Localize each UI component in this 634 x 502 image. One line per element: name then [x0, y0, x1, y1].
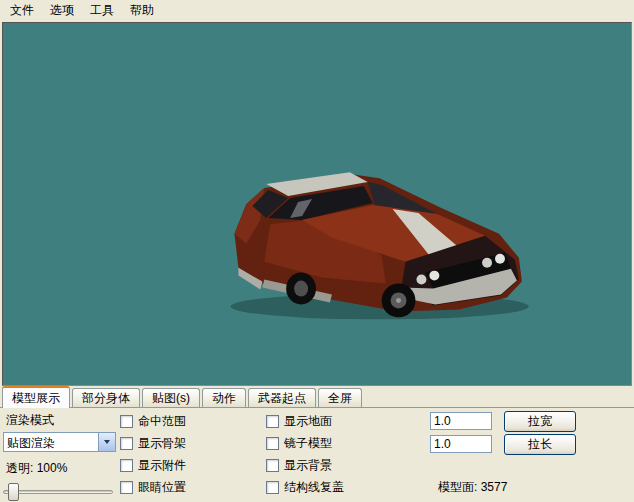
checkbox-box: [266, 481, 279, 494]
checkbox-box: [266, 415, 279, 428]
checkbox-hit-range[interactable]: 命中范围: [120, 414, 186, 429]
checkbox-label: 命中范围: [138, 413, 186, 430]
checkbox-box: [120, 481, 133, 494]
checkbox-box: [266, 437, 279, 450]
menu-bar: 文件 选项 工具 帮助: [0, 0, 634, 21]
viewport-canvas[interactable]: [3, 23, 631, 385]
model-faces-status: 模型面: 3577: [438, 479, 507, 496]
checkbox-show-background[interactable]: 显示背景: [266, 458, 332, 473]
checkbox-label: 显示背景: [284, 457, 332, 474]
menu-help[interactable]: 帮助: [122, 0, 162, 22]
menu-tools[interactable]: 工具: [82, 0, 122, 22]
model-faces-value: 3577: [481, 480, 508, 494]
tab-weapon-origin[interactable]: 武器起点: [248, 388, 316, 407]
scale-width-input[interactable]: [430, 412, 492, 430]
checkbox-label: 眼睛位置: [138, 479, 186, 496]
scale-length-input[interactable]: [430, 435, 492, 453]
control-panel: 渲染模式 贴图渲染 透明: 100% 命中范围 显示骨架 显示附件 眼睛位置 显…: [0, 408, 634, 502]
car-model: [230, 172, 528, 319]
checkbox-wireframe-overlay[interactable]: 结构线复盖: [266, 480, 344, 495]
stretch-width-button[interactable]: 拉宽: [504, 411, 576, 432]
slider-thumb[interactable]: [8, 483, 19, 501]
tab-strip: 模型展示 部分身体 贴图(s) 动作 武器起点 全屏: [0, 387, 634, 408]
tab-actions[interactable]: 动作: [202, 388, 246, 407]
render-mode-dropdown[interactable]: 贴图渲染: [3, 432, 116, 452]
slider-track[interactable]: [3, 490, 113, 494]
chevron-down-icon: [104, 440, 110, 444]
render-mode-selected-value: 贴图渲染: [4, 433, 98, 451]
checkbox-show-attachments[interactable]: 显示附件: [120, 458, 186, 473]
checkbox-label: 显示地面: [284, 413, 332, 430]
checkbox-show-ground[interactable]: 显示地面: [266, 414, 332, 429]
tab-model-display[interactable]: 模型展示: [2, 386, 70, 408]
dropdown-button[interactable]: [98, 433, 115, 451]
checkbox-label: 显示骨架: [138, 435, 186, 452]
model-faces-label: 模型面:: [438, 480, 477, 494]
render-mode-label: 渲染模式: [6, 412, 54, 429]
checkbox-box: [120, 415, 133, 428]
tab-fullscreen[interactable]: 全屏: [318, 388, 362, 407]
tab-partial-body[interactable]: 部分身体: [72, 388, 140, 407]
checkbox-box: [266, 459, 279, 472]
transparency-label: 透明: 100%: [6, 460, 67, 477]
tab-textures[interactable]: 贴图(s): [142, 388, 200, 407]
checkbox-label: 镜子模型: [284, 435, 332, 452]
checkbox-mirror-model[interactable]: 镜子模型: [266, 436, 332, 451]
checkbox-label: 结构线复盖: [284, 479, 344, 496]
checkbox-box: [120, 459, 133, 472]
transparency-slider[interactable]: [3, 482, 113, 500]
checkbox-label: 显示附件: [138, 457, 186, 474]
model-viewport[interactable]: [2, 22, 632, 386]
stretch-length-button[interactable]: 拉长: [504, 434, 576, 455]
menu-options[interactable]: 选项: [42, 0, 82, 22]
checkbox-box: [120, 437, 133, 450]
checkbox-show-skeleton[interactable]: 显示骨架: [120, 436, 186, 451]
menu-file[interactable]: 文件: [2, 0, 42, 22]
checkbox-eye-position[interactable]: 眼睛位置: [120, 480, 186, 495]
